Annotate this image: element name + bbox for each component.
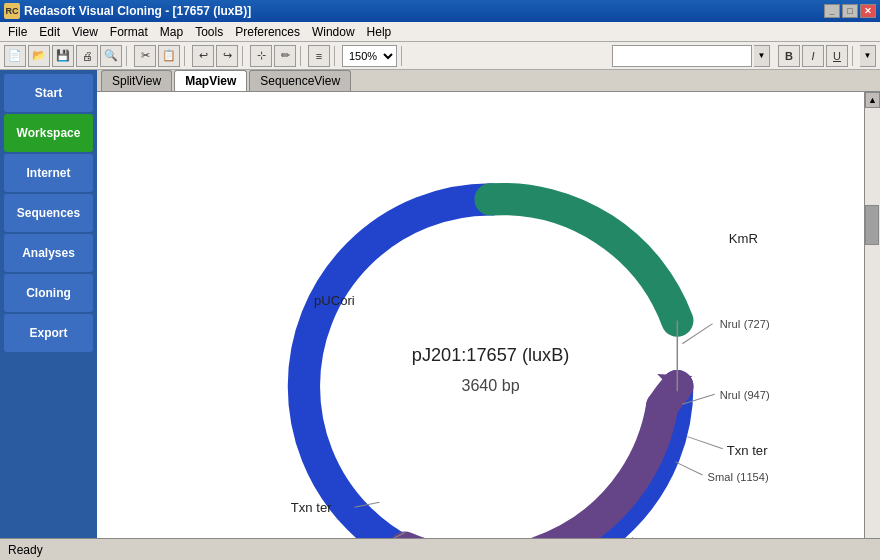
line-smai-1154 xyxy=(675,462,702,475)
menu-format[interactable]: Format xyxy=(104,23,154,41)
draw-button[interactable]: ✏ xyxy=(274,45,296,67)
sidebar-item-workspace[interactable]: Workspace xyxy=(4,114,93,152)
menu-view[interactable]: View xyxy=(66,23,104,41)
menu-edit[interactable]: Edit xyxy=(33,23,66,41)
zoom-select[interactable]: 150% 100% 75% 50% 200% xyxy=(342,45,397,67)
statusbar: Ready xyxy=(0,538,880,560)
label-pucori: pUCori xyxy=(314,293,355,308)
sidebar-item-export[interactable]: Export xyxy=(4,314,93,352)
map-container: pJ201:17657 (luxB) 3640 bp KmR pUCori Nr… xyxy=(97,92,880,538)
italic-button[interactable]: I xyxy=(802,45,824,67)
sep7 xyxy=(852,46,856,66)
tab-splitview[interactable]: SplitView xyxy=(101,70,172,91)
minimize-button[interactable]: _ xyxy=(824,4,840,18)
plasmid-svg: pJ201:17657 (luxB) 3640 bp KmR pUCori Nr… xyxy=(97,92,864,538)
menu-file[interactable]: File xyxy=(2,23,33,41)
tab-mapview[interactable]: MapView xyxy=(174,70,247,91)
sep1 xyxy=(126,46,130,66)
label-txnter-right: Txn ter xyxy=(727,443,768,458)
align-button[interactable]: ≡ xyxy=(308,45,330,67)
label-kmr: KmR xyxy=(729,231,758,246)
underline-button[interactable]: U xyxy=(826,45,848,67)
titlebar: RC Redasoft Visual Cloning - [17657 (lux… xyxy=(0,0,880,22)
format-dropdown[interactable]: ▼ xyxy=(860,45,876,67)
sidebar-item-sequences[interactable]: Sequences xyxy=(4,194,93,232)
menu-help[interactable]: Help xyxy=(361,23,398,41)
sep3 xyxy=(242,46,246,66)
vertical-scrollbar[interactable]: ▲ ▼ xyxy=(864,92,880,538)
content-area: SplitView MapView SequenceView xyxy=(97,70,880,538)
close-button[interactable]: ✕ xyxy=(860,4,876,18)
sep6 xyxy=(401,46,405,66)
label-txnter-left: Txn ter xyxy=(291,500,332,515)
map-view[interactable]: pJ201:17657 (luxB) 3640 bp KmR pUCori Nr… xyxy=(97,92,864,538)
search-dropdown[interactable]: ▼ xyxy=(754,45,770,67)
plasmid-name-label: pJ201:17657 (luxB) xyxy=(412,345,569,365)
label-smai-1154: SmaI (1154) xyxy=(708,471,769,483)
preview-button[interactable]: 🔍 xyxy=(100,45,122,67)
save-button[interactable]: 💾 xyxy=(52,45,74,67)
app-icon: RC xyxy=(4,3,20,19)
search-input[interactable] xyxy=(612,45,752,67)
scroll-up-button[interactable]: ▲ xyxy=(865,92,880,108)
menu-tools[interactable]: Tools xyxy=(189,23,229,41)
sidebar-item-start[interactable]: Start xyxy=(4,74,93,112)
open-button[interactable]: 📂 xyxy=(28,45,50,67)
green-arc xyxy=(491,199,678,320)
toolbar: 📄 📂 💾 🖨 🔍 ✂ 📋 ↩ ↪ ⊹ ✏ ≡ 150% 100% 75% 50… xyxy=(0,42,880,70)
view-tabs: SplitView MapView SequenceView xyxy=(97,70,880,92)
label-nrui-947: NruI (947) xyxy=(720,389,770,401)
line-txnter-right xyxy=(687,437,722,449)
menu-preferences[interactable]: Preferences xyxy=(229,23,306,41)
label-nrui-727: NruI (727) xyxy=(720,318,770,330)
maximize-button[interactable]: □ xyxy=(842,4,858,18)
copy-button[interactable]: 📋 xyxy=(158,45,180,67)
sep5 xyxy=(334,46,338,66)
map-and-vscroll: pJ201:17657 (luxB) 3640 bp KmR pUCori Nr… xyxy=(97,92,880,538)
sidebar: Start Workspace Internet Sequences Analy… xyxy=(0,70,97,538)
bold-button[interactable]: B xyxy=(778,45,800,67)
scroll-thumb[interactable] xyxy=(865,205,879,245)
window-title: Redasoft Visual Cloning - [17657 (luxB)] xyxy=(24,4,824,18)
status-text: Ready xyxy=(8,543,43,557)
new-button[interactable]: 📄 xyxy=(4,45,26,67)
sep2 xyxy=(184,46,188,66)
sidebar-item-cloning[interactable]: Cloning xyxy=(4,274,93,312)
menu-window[interactable]: Window xyxy=(306,23,361,41)
sidebar-item-analyses[interactable]: Analyses xyxy=(4,234,93,272)
label-ecorv: EcoRV (2288) xyxy=(309,536,378,538)
menu-map[interactable]: Map xyxy=(154,23,189,41)
print-button[interactable]: 🖨 xyxy=(76,45,98,67)
undo-button[interactable]: ↩ xyxy=(192,45,214,67)
plasmid-size-label: 3640 bp xyxy=(461,376,519,394)
window-controls[interactable]: _ □ ✕ xyxy=(824,4,876,18)
sep4 xyxy=(300,46,304,66)
scroll-track[interactable] xyxy=(865,108,880,538)
select-button[interactable]: ⊹ xyxy=(250,45,272,67)
cut-button[interactable]: ✂ xyxy=(134,45,156,67)
sidebar-item-internet[interactable]: Internet xyxy=(4,154,93,192)
tab-sequenceview[interactable]: SequenceView xyxy=(249,70,351,91)
redo-button[interactable]: ↪ xyxy=(216,45,238,67)
menubar: File Edit View Format Map Tools Preferen… xyxy=(0,22,880,42)
main-area: Start Workspace Internet Sequences Analy… xyxy=(0,70,880,538)
